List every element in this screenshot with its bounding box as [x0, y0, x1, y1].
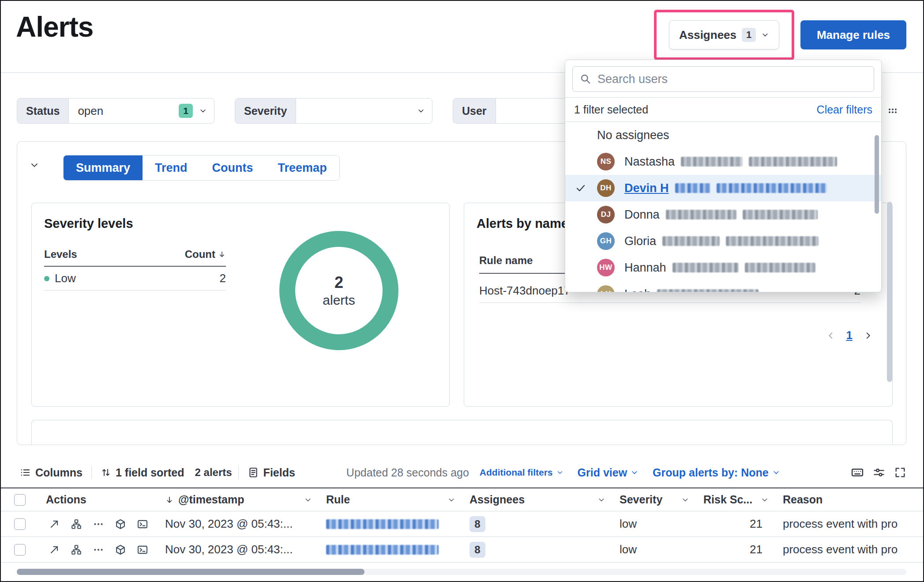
assignees-filter-button[interactable]: Assignees 1 [669, 20, 779, 49]
grid-view-button[interactable]: Grid view [578, 466, 639, 479]
column-header-label: Rule [326, 493, 350, 506]
keyboard-icon [851, 466, 864, 479]
redacted-rule-name [326, 519, 439, 529]
alerts-table-body: Nov 30, 2023 @ 05:43:...8low21process ev… [1, 511, 924, 563]
sorted-fields-label: 1 field sorted [116, 466, 184, 479]
more-actions-icon[interactable] [93, 518, 104, 530]
alert-row: Nov 30, 2023 @ 05:43:...8low21process ev… [1, 537, 924, 563]
column-menu-chevron-icon[interactable] [304, 496, 312, 504]
row-checkbox[interactable] [14, 518, 26, 530]
severity-col-count[interactable]: Count [185, 248, 226, 261]
filter-status[interactable]: Statusopen1 [17, 98, 214, 124]
donut-value: 2 [334, 273, 343, 292]
option-user-nastasha[interactable]: NSNastasha [565, 148, 881, 175]
column-header-reason: Reason [776, 493, 924, 506]
clear-filters-link[interactable]: Clear filters [817, 103, 872, 116]
option-name: No assignees [597, 128, 669, 142]
severity-count-header-label: Count [185, 248, 215, 261]
session-view-icon[interactable] [137, 544, 148, 556]
option-name: Devin H [624, 181, 669, 195]
column-menu-chevron-icon[interactable] [597, 496, 605, 504]
assignees-count-badge[interactable]: 8 [470, 516, 485, 532]
rule-cell[interactable] [319, 545, 462, 555]
fullscreen-button[interactable] [894, 466, 906, 479]
group-alerts-button[interactable]: Group alerts by: None [653, 466, 780, 479]
fields-label: Fields [263, 466, 295, 479]
chevron-down-icon [761, 31, 769, 39]
severity-card-title: Severity levels [44, 216, 133, 231]
avatar: LH [597, 285, 615, 292]
reason-cell[interactable]: process event with pro [776, 517, 924, 531]
display-options-button[interactable] [873, 466, 885, 479]
column-menu-chevron-icon[interactable] [761, 496, 769, 504]
group-alerts-label: Group alerts by: None [653, 466, 769, 479]
more-filters-button[interactable] [881, 101, 905, 121]
popover-scrollbar-thumb[interactable] [875, 135, 879, 214]
more-actions-icon[interactable] [93, 544, 104, 556]
redacted-text [675, 183, 710, 193]
manage-rules-button[interactable]: Manage rules [800, 20, 906, 49]
redacted-text [745, 263, 815, 272]
option-user-donna[interactable]: DJDonna [565, 201, 881, 228]
risk-score-cell: 21 [696, 517, 776, 531]
user-search-box[interactable] [572, 66, 874, 92]
column-header-label: Risk Sc... [703, 493, 752, 506]
pagination-next-icon[interactable] [863, 331, 873, 340]
analyze-event-icon[interactable] [71, 544, 82, 556]
tab-trend[interactable]: Trend [143, 155, 200, 180]
expand-alert-icon[interactable] [49, 518, 60, 530]
horizontal-scrollbar[interactable] [17, 569, 906, 575]
assignees-popover: 1 filter selected Clear filters No assig… [565, 60, 882, 292]
column-header-timestamp[interactable]: @timestamp [158, 493, 319, 506]
alerts-table-header: Actions@timestampRuleAssigneesSeverityRi… [1, 488, 924, 511]
horizontal-scrollbar-thumb[interactable] [17, 569, 364, 575]
tab-summary[interactable]: Summary [64, 155, 143, 180]
rule-card-title: Alerts by name [477, 216, 568, 231]
columns-button[interactable]: Columns [17, 466, 85, 479]
rule-cell[interactable] [319, 519, 462, 529]
analyze-event-icon[interactable] [71, 518, 82, 530]
tab-treemap[interactable]: Treemap [266, 155, 339, 180]
collapse-panel-button[interactable] [30, 160, 39, 171]
select-all-checkbox[interactable] [14, 494, 26, 506]
updated-status: Updated 28 seconds ago [346, 466, 469, 479]
donut-center-label: 2 alerts [277, 229, 401, 352]
analyzer-icon[interactable] [115, 544, 126, 556]
expand-alert-icon[interactable] [49, 544, 60, 556]
column-header-rule[interactable]: Rule [319, 493, 462, 506]
redacted-text [657, 289, 759, 292]
column-header-assignees[interactable]: Assignees [462, 493, 612, 506]
reason-cell[interactable]: process event with pro [776, 543, 924, 556]
additional-filters-button[interactable]: Additional filters [480, 467, 563, 478]
fields-button[interactable]: Fields [245, 466, 298, 479]
severity-levels-card: Severity levels LevelsCountLow2 2 alerts [31, 203, 450, 407]
tab-counts[interactable]: Counts [200, 155, 266, 180]
filter-severity[interactable]: Severity [235, 98, 432, 124]
session-view-icon[interactable] [137, 518, 148, 530]
sorted-fields-button[interactable]: 1 field sorted [98, 466, 187, 479]
toolbar-divider [238, 466, 239, 479]
option-user-leah[interactable]: LHLeah [565, 281, 881, 292]
analyzer-icon[interactable] [115, 518, 126, 530]
row-checkbox[interactable] [14, 544, 26, 556]
column-menu-chevron-icon[interactable] [681, 496, 689, 504]
search-icon [580, 73, 591, 85]
column-header-risk[interactable]: Risk Sc... [696, 493, 776, 506]
pagination-prev-icon[interactable] [826, 331, 836, 340]
user-search-input[interactable] [597, 72, 867, 86]
pagination-page-1[interactable]: 1 [846, 329, 853, 342]
row-actions [39, 544, 158, 556]
option-user-devin[interactable]: DHDevin H [565, 175, 881, 201]
option-no-assignees[interactable]: No assignees [565, 122, 881, 148]
risk-score-cell: 21 [696, 543, 776, 556]
severity-cell: low [612, 517, 696, 531]
option-user-hannah[interactable]: HWHannah [565, 254, 881, 281]
option-user-gloria[interactable]: GHGloria [565, 228, 881, 254]
keyboard-shortcuts-button[interactable] [851, 466, 864, 479]
option-name: Leah [624, 287, 651, 293]
column-header-severity[interactable]: Severity [612, 493, 696, 506]
page-scrollbar-thumb[interactable] [887, 202, 892, 382]
alert-row: Nov 30, 2023 @ 05:43:...8low21process ev… [1, 511, 924, 537]
column-menu-chevron-icon[interactable] [447, 496, 455, 504]
assignees-count-badge[interactable]: 8 [470, 542, 485, 558]
